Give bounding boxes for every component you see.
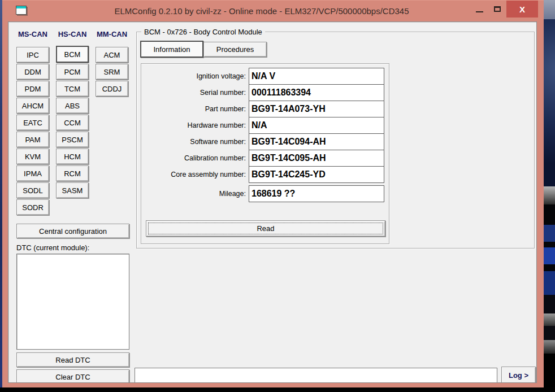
field-row-mileage: Mileage: xyxy=(141,185,389,202)
hardware-number-field[interactable] xyxy=(249,117,384,134)
field-label: Calibration number: xyxy=(144,150,246,167)
maximize-icon xyxy=(494,6,501,12)
clear-dtc-button[interactable]: Clear DTC xyxy=(16,369,129,383)
read-dtc-button[interactable]: Read DTC xyxy=(16,352,129,367)
window-title: ELMConfig 0.2.10 by civil-zz - Online mo… xyxy=(2,6,544,16)
module-button-sodr[interactable]: SODR xyxy=(16,199,49,215)
part-number-field[interactable] xyxy=(249,101,384,117)
desktop-bottom-edge xyxy=(0,387,555,392)
field-label: Mileage: xyxy=(144,185,246,202)
module-button-cddj[interactable]: CDDJ xyxy=(96,81,128,97)
field-row-hardware-number: Hardware number: xyxy=(141,117,389,134)
desktop-wallpaper-fragment xyxy=(544,19,555,186)
field-label: Serial number: xyxy=(144,84,246,101)
elmconfig-window: ELMConfig 0.2.10 by civil-zz - Online mo… xyxy=(2,0,544,387)
module-button-ccm[interactable]: CCM xyxy=(56,115,89,130)
field-row-part-number: Part number: xyxy=(141,101,389,117)
desktop-wallpaper-fragment xyxy=(544,247,555,264)
desktop-wallpaper-fragment xyxy=(544,354,555,386)
module-button-pcm[interactable]: PCM xyxy=(56,64,89,80)
titlebar[interactable]: ELMConfig 0.2.10 by civil-zz - Online mo… xyxy=(2,0,544,21)
central-configuration-button[interactable]: Central configuration xyxy=(16,224,129,238)
module-button-hcm[interactable]: HCM xyxy=(56,149,89,164)
close-icon: X xyxy=(519,5,525,14)
field-row-serial-number: Serial number: xyxy=(141,84,389,101)
serial-number-field[interactable] xyxy=(249,84,384,101)
desktop-wallpaper-fragment xyxy=(544,313,555,326)
tab-information[interactable]: Information xyxy=(140,41,203,58)
field-label: Part number: xyxy=(144,101,246,117)
module-button-pdm[interactable]: PDM xyxy=(16,81,49,97)
module-button-ddm[interactable]: DDM xyxy=(16,64,49,80)
module-button-acm[interactable]: ACM xyxy=(96,47,128,63)
module-button-rcm[interactable]: RCM xyxy=(56,165,89,181)
module-button-pscm[interactable]: PSCM xyxy=(56,132,89,147)
core-assembly-number-field[interactable] xyxy=(249,166,384,183)
module-button-bcm[interactable]: BCM xyxy=(56,46,89,63)
module-button-ahcm[interactable]: AHCM xyxy=(16,98,49,114)
module-button-tcm[interactable]: TCM xyxy=(56,81,89,97)
desktop-wallpaper-fragment xyxy=(544,295,555,313)
field-row-calibration-number: Calibration number: xyxy=(141,150,389,167)
field-row-software-number: Software number: xyxy=(141,133,389,150)
minimize-button[interactable] xyxy=(470,1,488,18)
bus-header-ms-can: MS-CAN xyxy=(15,30,50,38)
module-button-sasm[interactable]: SASM xyxy=(56,182,89,198)
calibration-number-field[interactable] xyxy=(249,150,384,167)
software-number-field[interactable] xyxy=(249,133,384,150)
bus-header-mm-can: MM-CAN xyxy=(94,30,129,38)
information-panel: Ignition voltage: Serial number: Part nu… xyxy=(141,63,389,244)
desktop-wallpaper-fragment xyxy=(544,271,555,295)
desktop-wallpaper-fragment xyxy=(544,0,555,19)
field-label: Software number: xyxy=(144,133,246,150)
module-button-ipc[interactable]: IPC xyxy=(16,47,49,63)
groupbox-title: BCM - 0x726 - Body Control Module xyxy=(141,28,265,36)
read-button[interactable]: Read xyxy=(146,220,385,237)
close-button[interactable]: X xyxy=(506,1,538,18)
desktop-wallpaper-fragment xyxy=(544,204,555,225)
desktop-wallpaper-fragment xyxy=(544,186,555,204)
module-button-eatc[interactable]: EATC xyxy=(16,115,49,130)
module-button-srm[interactable]: SRM xyxy=(96,64,128,80)
module-button-abs[interactable]: ABS xyxy=(56,98,89,114)
ignition-voltage-field[interactable] xyxy=(249,68,384,85)
desktop-wallpaper-fragment xyxy=(544,225,555,242)
module-button-kvm[interactable]: KVM xyxy=(16,149,49,164)
field-label: Ignition voltage: xyxy=(144,68,246,85)
desktop-wallpaper-fragment xyxy=(544,326,555,340)
desktop-background-right xyxy=(544,0,555,392)
tab-procedures[interactable]: Procedures xyxy=(203,42,267,57)
field-row-core-assembly-number: Core assembly number: xyxy=(141,166,389,183)
desktop-wallpaper-fragment xyxy=(544,264,555,271)
app-icon xyxy=(16,6,27,15)
log-output-field[interactable] xyxy=(135,368,497,383)
field-row-ignition-voltage: Ignition voltage: xyxy=(141,68,389,85)
minimize-icon xyxy=(476,11,483,12)
module-button-pam[interactable]: PAM xyxy=(16,132,49,147)
bus-header-hs-can: HS-CAN xyxy=(55,30,90,38)
client-area: MS-CAN HS-CAN MM-CAN IPC DDM PDM AHCM EA… xyxy=(8,21,537,383)
desktop-wallpaper-fragment xyxy=(544,242,555,247)
maximize-button[interactable] xyxy=(488,1,506,18)
dtc-current-module-label: DTC (current module): xyxy=(16,243,89,252)
mileage-field[interactable] xyxy=(249,185,384,202)
dtc-listbox[interactable] xyxy=(16,254,129,350)
field-label: Hardware number: xyxy=(144,117,246,134)
module-button-ipma[interactable]: IPMA xyxy=(16,165,49,181)
log-button[interactable]: Log > xyxy=(501,367,536,383)
field-label: Core assembly number: xyxy=(144,166,246,183)
bcm-module-groupbox: BCM - 0x726 - Body Control Module Inform… xyxy=(136,32,535,249)
desktop-wallpaper-fragment xyxy=(544,340,555,354)
module-button-sodl[interactable]: SODL xyxy=(16,182,49,198)
